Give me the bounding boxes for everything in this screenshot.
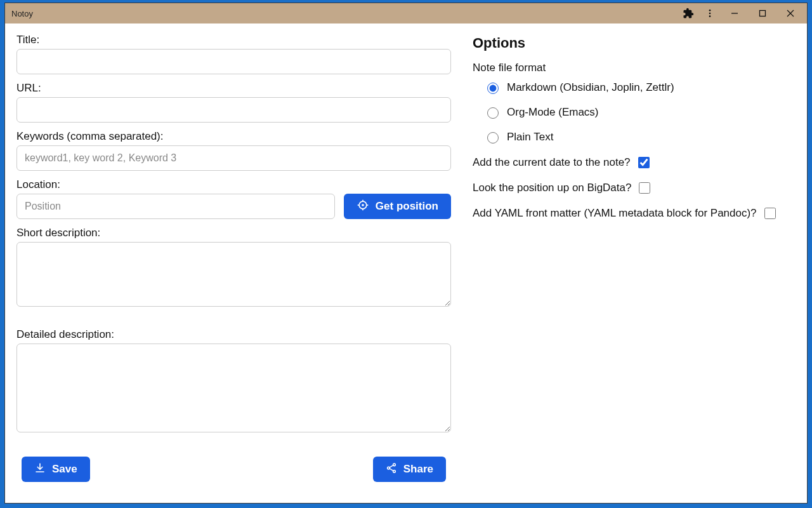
share-icon [386,462,397,477]
note-form: Title: URL: Keywords (comma separated): … [16,34,451,493]
close-button[interactable] [776,3,804,23]
get-position-label: Get position [376,200,438,213]
radio-markdown-label: Markdown (Obsidian, Joplin, Zettlr) [507,81,674,94]
detailed-desc-label: Detailed description: [16,328,451,341]
svg-point-2 [709,15,711,17]
radio-markdown[interactable]: Markdown (Obsidian, Joplin, Zettlr) [484,81,796,94]
titlebar: Notoy [5,3,807,23]
kebab-menu-icon[interactable] [699,3,721,23]
add-date-checkbox[interactable] [638,157,650,168]
minimize-button[interactable] [721,3,749,23]
format-label: Note file format [473,62,796,74]
radio-orgmode[interactable]: Org-Mode (Emacs) [484,105,796,119]
location-input[interactable] [16,194,335,219]
radio-markdown-input[interactable] [487,83,499,94]
bigdata-checkbox[interactable] [639,182,650,194]
target-icon [357,199,369,215]
radio-plaintext-label: Plain Text [507,131,553,144]
url-label: URL: [16,82,451,95]
share-button[interactable]: Share [373,457,446,482]
title-input[interactable] [16,49,451,74]
svg-line-16 [390,465,393,467]
url-input[interactable] [16,97,451,123]
app-window: Notoy Title: URL: [4,3,808,504]
radio-orgmode-input[interactable] [487,107,499,119]
svg-point-0 [709,10,711,11]
radio-plaintext-input[interactable] [487,132,499,144]
radio-plaintext[interactable]: Plain Text [484,130,796,144]
extension-icon[interactable] [678,3,699,23]
bigdata-label: Look the position up on BigData? [473,182,631,194]
options-heading: Options [473,35,796,51]
format-radio-group: Markdown (Obsidian, Joplin, Zettlr) Org-… [473,81,796,144]
radio-orgmode-label: Org-Mode (Emacs) [507,106,599,119]
save-label: Save [52,463,77,476]
svg-point-8 [362,204,364,206]
get-position-button[interactable]: Get position [344,194,451,219]
options-panel: Options Note file format Markdown (Obsid… [473,34,796,493]
svg-rect-4 [760,11,766,17]
download-icon [34,462,46,477]
yaml-label: Add YAML front matter (YAML metadata blo… [473,207,757,220]
maximize-button[interactable] [749,3,776,23]
share-label: Share [403,463,433,476]
detailed-desc-textarea[interactable] [16,344,451,432]
keywords-label: Keywords (comma separated): [16,130,451,143]
window-title: Notoy [11,9,33,18]
short-desc-textarea[interactable] [16,242,451,307]
add-date-label: Add the current date to the note? [473,156,631,169]
save-button[interactable]: Save [22,457,90,482]
short-desc-label: Short description: [16,227,451,239]
title-label: Title: [16,34,451,46]
location-label: Location: [16,178,451,191]
yaml-checkbox[interactable] [764,208,776,219]
svg-line-17 [390,468,393,470]
keywords-input[interactable] [16,145,451,171]
content-area: Title: URL: Keywords (comma separated): … [5,23,807,503]
svg-point-1 [709,13,711,15]
